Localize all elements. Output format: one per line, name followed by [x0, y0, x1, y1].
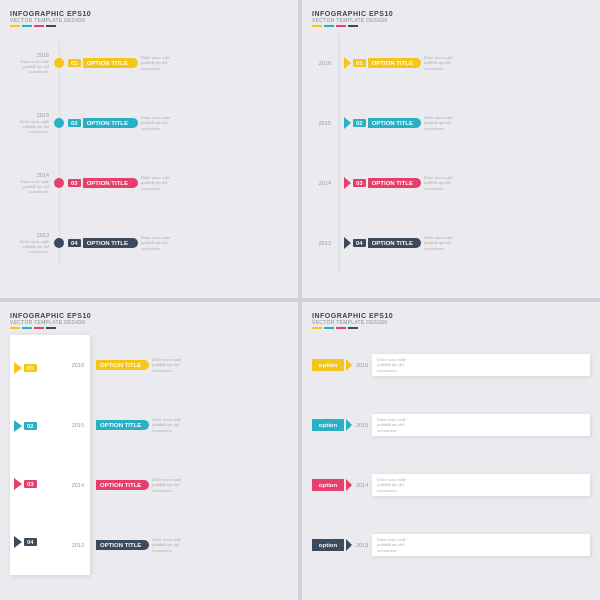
panel-1-colorbar [10, 25, 288, 27]
p1-vline-col [52, 33, 68, 273]
panel-2: INFOGRAPHIC EPS10 VECTOR TEMPLATE DESIGN… [302, 0, 600, 298]
p1-item-3: 03 OPTION TITLE Dolor nunc vuilepulalelh… [68, 175, 288, 191]
p1-left-descs: 2016 Dolor nunc vuilepulalelh ips dolcon… [10, 33, 52, 273]
panel-2-header: INFOGRAPHIC EPS10 VECTOR TEMPLATE DESIGN [312, 10, 590, 27]
panel-1: INFOGRAPHIC EPS10 VECTOR TEMPLATE DESIGN… [0, 0, 298, 298]
panel-4-colorbar [312, 327, 590, 329]
p3-right-items: OPTION TITLE Dolor nunc vuilepulalelh ip… [96, 335, 288, 575]
p3-ritem-4: OPTION TITLE Dolor nunc vuilepulalelh ip… [96, 537, 288, 553]
p3-white-block: 2016 2015 2014 2013 01 02 03 [10, 335, 90, 575]
p2-item-1: 01 OPTION TITLE Dolor nunc vuilepulalelh… [344, 55, 590, 71]
p2-item-2: 02 OPTION TITLE Dolor nunc vuilepulalelh… [344, 115, 590, 131]
p4-row-2: option 2015 Dolor nunc vuilepulalelh ips… [312, 414, 590, 437]
panel-3-title: INFOGRAPHIC EPS10 [10, 312, 288, 319]
p2-vline [334, 33, 344, 273]
panel-3-colorbar [10, 327, 288, 329]
panel-4-subtitle: VECTOR TEMPLATE DESIGN [312, 319, 590, 325]
panel-1-title: INFOGRAPHIC EPS10 [10, 10, 288, 17]
p1-item-1: 01 OPTION TITLE Dolor nunc vuilepulalelh… [68, 55, 288, 71]
panel-2-subtitle: VECTOR TEMPLATE DESIGN [312, 17, 590, 23]
p4-row-1: option 2016 Dolor nunc vuilepulalelh ips… [312, 354, 590, 377]
panel-3: INFOGRAPHIC EPS10 VECTOR TEMPLATE DESIGN… [0, 302, 298, 600]
panel-3-header: INFOGRAPHIC EPS10 VECTOR TEMPLATE DESIGN [10, 312, 288, 329]
p3-ritem-3: OPTION TITLE Dolor nunc vuilepulalelh ip… [96, 477, 288, 493]
p2-item-4: 04 OPTION TITLE Dolor nunc vuilepulalelh… [344, 235, 590, 251]
p3-ritem-2: OPTION TITLE Dolor nunc vuilepulalelh ip… [96, 417, 288, 433]
panel-4-title: INFOGRAPHIC EPS10 [312, 312, 590, 319]
p1-left-desc-4: 2013 Dolor nunc vuilepulalelh ips dolcon… [10, 232, 49, 255]
p1-items: 01 OPTION TITLE Dolor nunc vuilepulalelh… [68, 33, 288, 273]
p1-item-4: 04 OPTION TITLE Dolor nunc vuilepulalelh… [68, 235, 288, 251]
main-grid: INFOGRAPHIC EPS10 VECTOR TEMPLATE DESIGN… [0, 0, 600, 600]
panel-4: INFOGRAPHIC EPS10 VECTOR TEMPLATE DESIGN… [302, 302, 600, 600]
p4-rows: option 2016 Dolor nunc vuilepulalelh ips… [312, 335, 590, 575]
panel-3-subtitle: VECTOR TEMPLATE DESIGN [10, 319, 288, 325]
p2-items: 01 OPTION TITLE Dolor nunc vuilepulalelh… [344, 33, 590, 273]
p1-left-desc-1: 2016 Dolor nunc vuilepulalelh ips dolcon… [10, 52, 49, 75]
panel-1-subtitle: VECTOR TEMPLATE DESIGN [10, 17, 288, 23]
panel-4-header: INFOGRAPHIC EPS10 VECTOR TEMPLATE DESIGN [312, 312, 590, 329]
p2-item-3: 03 OPTION TITLE Dolor nunc vuilepulalelh… [344, 175, 590, 191]
p4-row-4: option 2013 Dolor nunc vuilepulalelh ips… [312, 534, 590, 557]
p1-left-desc-2: 2015 Dolor nunc vuilepulalelh ips dolcon… [10, 112, 49, 135]
p2-years: 2016 2015 2014 2013 [312, 33, 334, 273]
p1-left-desc-3: 2014 Dolor nunc vuilepulalelh ips dolcon… [10, 172, 49, 195]
p3-ritem-1: OPTION TITLE Dolor nunc vuilepulalelh ip… [96, 357, 288, 373]
panel-1-header: INFOGRAPHIC EPS10 VECTOR TEMPLATE DESIGN [10, 10, 288, 27]
panel-2-colorbar [312, 25, 590, 27]
p4-row-3: option 2014 Dolor nunc vuilepulalelh ips… [312, 474, 590, 497]
panel-2-title: INFOGRAPHIC EPS10 [312, 10, 590, 17]
p1-item-2: 02 OPTION TITLE Dolor nunc vuilepulalelh… [68, 115, 288, 131]
